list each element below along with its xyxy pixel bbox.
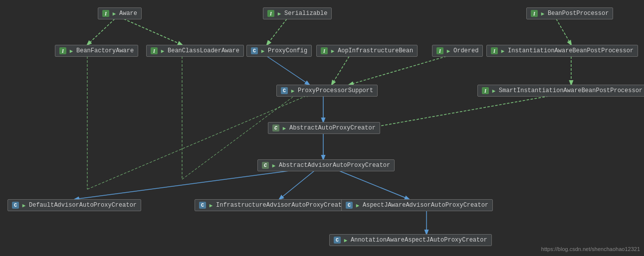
icon-proxyprocessorsupport: C (281, 87, 288, 94)
node-defaultadvisorautoproxycreator: C ▶ DefaultAdvisorAutoProxyCreator (7, 199, 141, 211)
node-aspectjawareadvisorautoproxycreator: C ▶ AspectJAwareAdvisorAutoProxyCreator (341, 199, 493, 211)
node-smartinstantiationawarebeanpostprocessor: I ▶ SmartInstantiationAwareBeanPostProce… (477, 85, 644, 97)
svg-line-13 (75, 171, 289, 199)
icon-ordered: I (436, 47, 443, 54)
node-instantiationawarebeanpostprocessor: I ▶ InstantiationAwareBeanPostProcessor (486, 45, 638, 57)
svg-line-3 (556, 19, 571, 45)
node-infrastructureadvisorautoproxycreator: C ▶ InfrastructureAdvisorAutoProxyCreato… (195, 199, 353, 211)
icon-annotationawareaspectjautoproxycreator: C (334, 237, 341, 244)
icon-abstractadvisorautoproxycreator: C (262, 162, 269, 169)
node-beanfactoryaware: I ▶ BeanFactoryAware (55, 45, 138, 57)
icon-aware: I (102, 10, 109, 17)
svg-line-7 (267, 56, 309, 85)
node-aware: I ▶ Aware (98, 7, 142, 19)
watermark: https://blog.csdn.net/shenchaohao12321 (541, 246, 640, 252)
svg-line-9 (349, 56, 446, 85)
svg-line-15 (339, 171, 409, 199)
icon-beanfactoryaware: I (59, 47, 66, 54)
node-beanpostprocessor: I ▶ BeanPostProcessor (526, 7, 613, 19)
icon-aopinfrastructurebean: I (321, 47, 328, 54)
icon-instantiationawarebeanpostprocessor: I (491, 47, 498, 54)
icon-smartinstantiationawarebeanpostprocessor: I (482, 87, 489, 94)
svg-line-6 (87, 95, 309, 189)
node-serializable: I ▶ Serializable (263, 7, 332, 19)
node-proxyconfig: C ▶ ProxyConfig (246, 45, 312, 57)
svg-line-14 (279, 171, 314, 199)
node-beanclassloaderaware: I ▶ BeanClassLoaderAware (146, 45, 244, 57)
svg-line-11 (374, 96, 549, 127)
icon-infrastructureadvisorautoproxycreator: C (199, 202, 206, 209)
node-abstractautoproxycreator: C ▶ AbstractAutoProxyCreator (268, 122, 380, 134)
icon-defaultadvisorautoproxycreator: C (12, 202, 19, 209)
diagram: I ▶ Aware I ▶ Serializable I ▶ BeanPostP… (0, 0, 644, 256)
icon-proxyconfig: C (251, 47, 258, 54)
icon-aspectjawareadvisorautoproxycreator: C (346, 202, 353, 209)
icon-serializable: I (267, 10, 274, 17)
svg-line-1 (124, 19, 182, 45)
icon-beanpostprocessor: I (531, 10, 538, 17)
svg-line-2 (267, 19, 287, 45)
node-abstractadvisorautoproxycreator: C ▶ AbstractAdvisorAutoProxyCreator (257, 159, 395, 171)
svg-line-8 (332, 56, 349, 85)
node-annotationawareaspectjautoproxycreator: C ▶ AnnotationAwareAspectJAutoProxyCreat… (329, 234, 492, 246)
node-proxyprocessorsupport: C ▶ ProxyProcessorSupport (276, 85, 378, 97)
icon-beanclassloaderaware: I (151, 47, 158, 54)
node-aopinfrastructurebean: I ▶ AopInfrastructureBean (316, 45, 418, 57)
icon-abstractautoproxycreator: C (272, 125, 279, 131)
svg-line-0 (87, 19, 115, 45)
node-ordered: I ▶ Ordered (432, 45, 483, 57)
